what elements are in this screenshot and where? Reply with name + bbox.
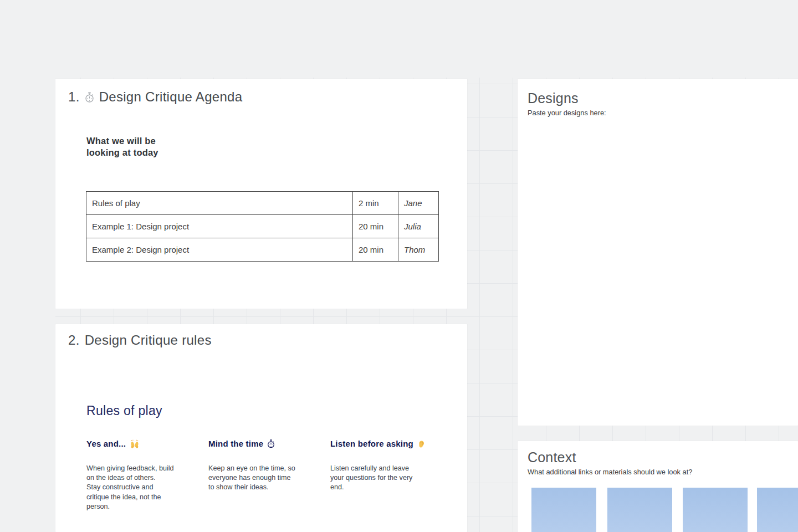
rules-section-title: 2. Design Critique rules [68, 332, 212, 348]
rules-section-card[interactable]: 2. Design Critique rules Rules of play Y… [55, 324, 467, 532]
agenda-time-cell: 20 min [353, 238, 398, 262]
section-number: 2. [68, 332, 80, 348]
table-row: Rules of play 2 min Jane [86, 192, 439, 215]
context-image-thumbnail[interactable] [757, 488, 798, 532]
stopwatch-icon [85, 92, 94, 103]
agenda-item-cell: Example 1: Design project [86, 215, 353, 238]
rule-title-text: Mind the time [208, 439, 263, 448]
table-row: Example 2: Design project 20 min Thom [86, 238, 439, 262]
agenda-item-cell: Example 2: Design project [86, 238, 353, 262]
designs-subtitle: Paste your designs here: [528, 109, 606, 117]
rule-column-title: Listen before asking [330, 439, 444, 448]
rule-body-text: Listen carefully and leave your question… [330, 464, 444, 493]
rule-column-mind-the-time: Mind the time Keep an eye on the time, s… [208, 439, 322, 493]
stopwatch-icon [267, 439, 275, 448]
rule-body-text: When giving feedback, build on the ideas… [86, 464, 200, 511]
rule-column-yes-and: Yes and... When giving feedback, build o… [86, 439, 200, 511]
rule-column-listen-before-asking: Listen before asking Listen carefully an… [330, 439, 444, 493]
raising-hands-icon [130, 439, 140, 448]
rule-title-text: Yes and... [86, 439, 126, 448]
designs-title: Designs [528, 90, 579, 106]
table-row: Example 1: Design project 20 min Julia [86, 215, 439, 238]
agenda-presenter-cell: Thom [398, 238, 439, 262]
agenda-subtitle: What we will be looking at today [86, 135, 158, 158]
context-thumbnail-row [518, 488, 798, 532]
agenda-presenter-cell: Jane [398, 192, 439, 215]
ear-icon [417, 439, 426, 448]
rule-column-title: Yes and... [86, 439, 200, 448]
rule-column-title: Mind the time [208, 439, 322, 448]
designs-section-card[interactable]: Designs Paste your designs here: [518, 79, 798, 426]
context-image-thumbnail[interactable] [531, 488, 596, 532]
agenda-section-title: 1. Design Critique Agenda [68, 89, 242, 105]
rules-of-play-heading: Rules of play [86, 403, 162, 418]
context-image-thumbnail[interactable] [607, 488, 672, 532]
context-section-card[interactable]: Context What additional links or materia… [518, 441, 798, 532]
context-title: Context [528, 449, 576, 466]
agenda-item-cell: Rules of play [86, 192, 353, 215]
agenda-section-card[interactable]: 1. Design Critique Agenda What we will b… [55, 79, 467, 309]
section-number: 1. [68, 89, 80, 105]
agenda-time-cell: 20 min [353, 215, 398, 238]
rule-body-text: Keep an eye on the time, so everyone has… [208, 464, 322, 493]
context-image-thumbnail[interactable] [683, 488, 748, 532]
rule-title-text: Listen before asking [330, 439, 413, 448]
agenda-presenter-cell: Julia [398, 215, 439, 238]
agenda-table[interactable]: Rules of play 2 min Jane Example 1: Desi… [86, 191, 439, 262]
section-title-text: Design Critique Agenda [99, 89, 243, 105]
context-subtitle: What additional links or materials shoul… [528, 468, 692, 476]
agenda-time-cell: 2 min [353, 192, 398, 215]
section-title-text: Design Critique rules [85, 332, 212, 348]
